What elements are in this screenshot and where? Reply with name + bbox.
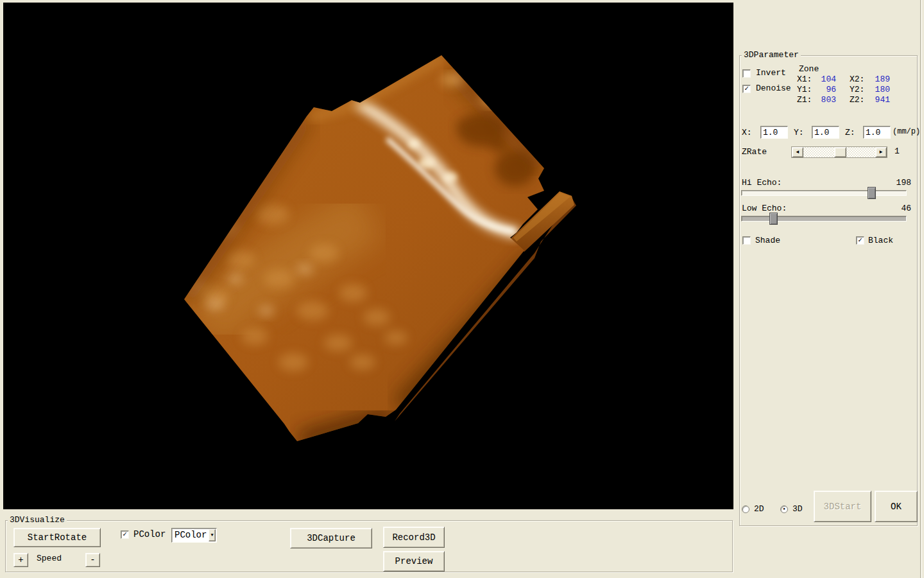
black-label: Black [868, 236, 893, 245]
zrate-value: 1 [894, 147, 900, 156]
zone-y2-value: 180 [869, 85, 890, 94]
zone-z2-label: Z2: [850, 96, 864, 105]
panel-right-border-highlight [921, 0, 922, 578]
pcolor-select[interactable]: PColor ▼ [171, 528, 217, 543]
render-viewport[interactable] [3, 3, 733, 509]
hi-echo-value: 198 [892, 179, 911, 188]
y-scale-label: Y: [794, 128, 804, 137]
invert-label: Invert [756, 69, 786, 78]
mode-2d-radio[interactable] [742, 505, 749, 513]
pcolor-label: PColor [133, 530, 166, 539]
visualize-group-title: 3DVisualize [8, 516, 67, 525]
pcolor-check-icon: ✓ [123, 531, 127, 538]
preview-button[interactable]: Preview [383, 551, 445, 572]
zone-y1-value: 96 [816, 85, 836, 94]
zrate-scrollbar[interactable]: ◄ ► [791, 146, 887, 158]
speed-minus-button[interactable]: - [85, 553, 100, 567]
denoise-check-icon: ✓ [744, 85, 749, 92]
black-check-icon: ✓ [858, 237, 862, 244]
zone-z1-label: Z1: [797, 96, 812, 105]
zone-y1-label: Y1: [797, 85, 812, 94]
low-echo-slider-track[interactable] [741, 216, 907, 222]
capture-3d-button[interactable]: 3DCapture [290, 528, 372, 548]
parameter-group-title: 3DParameter [742, 51, 801, 60]
denoise-checkbox[interactable]: ✓ [742, 85, 751, 93]
mode-3d-radio[interactable]: ● [780, 505, 788, 513]
hi-echo-label: Hi Echo: [742, 179, 782, 188]
z-scale-label: Z: [845, 128, 855, 137]
low-echo-label: Low Echo: [742, 204, 787, 213]
panel-right-border [920, 0, 921, 578]
scale-unit-label: (mm/p) [893, 127, 920, 136]
zone-z2-value: 941 [869, 96, 890, 105]
zrate-scrollbar-thumb[interactable] [834, 147, 846, 157]
z-scale-input[interactable] [863, 126, 891, 139]
mode-3d-label: 3D [792, 505, 803, 514]
start-rotate-button[interactable]: StartRotate [13, 528, 101, 547]
speed-label: Speed [37, 554, 62, 563]
mode-3d-radio-dot: ● [783, 507, 785, 511]
zone-title: Zone [799, 65, 819, 74]
low-echo-slider-thumb[interactable] [769, 213, 778, 225]
hi-echo-slider-thumb[interactable] [868, 187, 876, 199]
zone-x1-label: X1: [797, 75, 812, 84]
y-scale-input[interactable] [812, 126, 839, 139]
zrate-arrow-left-icon[interactable]: ◄ [792, 147, 803, 157]
zone-x2-label: X2: [850, 75, 864, 84]
denoise-label: Denoise [756, 84, 791, 93]
chevron-down-icon[interactable]: ▼ [209, 529, 216, 541]
ok-button[interactable]: OK [875, 491, 918, 522]
shade-checkbox[interactable] [742, 236, 751, 245]
zrate-label: ZRate [742, 148, 767, 157]
zone-x1-value: 104 [816, 75, 836, 84]
speed-plus-button[interactable]: + [13, 553, 28, 567]
shade-label: Shade [755, 236, 780, 245]
invert-checkbox[interactable] [742, 69, 751, 78]
pcolor-checkbox[interactable]: ✓ [121, 530, 129, 539]
x-scale-input[interactable] [760, 126, 788, 139]
ultrasound-volume-image [3, 3, 733, 509]
record-3d-button[interactable]: Record3D [383, 527, 445, 548]
zone-z1-value: 803 [816, 96, 836, 105]
hi-echo-slider-track[interactable] [741, 190, 907, 196]
zone-y2-label: Y2: [850, 85, 864, 94]
x-scale-label: X: [742, 128, 752, 137]
pcolor-select-value: PColor [172, 529, 208, 542]
mode-2d-label: 2D [754, 505, 764, 514]
black-checkbox[interactable]: ✓ [856, 236, 864, 245]
zone-x2-value: 189 [869, 75, 890, 84]
start-3d-button[interactable]: 3DStart [814, 491, 871, 522]
zrate-arrow-right-icon[interactable]: ► [875, 147, 887, 157]
low-echo-value: 46 [892, 204, 911, 213]
